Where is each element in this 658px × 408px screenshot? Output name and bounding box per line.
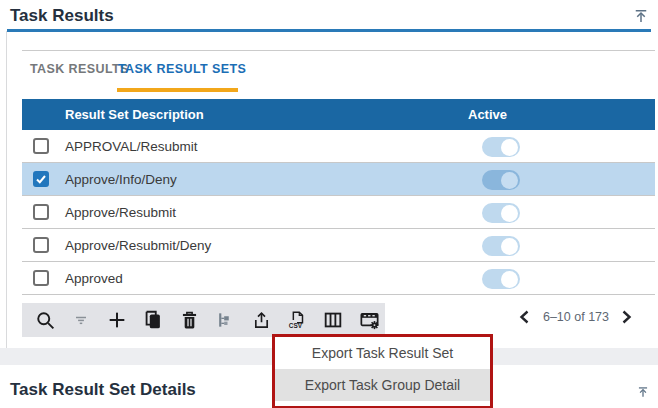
row-label: Approved: [65, 271, 123, 286]
export-context-menu: Export Task Result Set Export Task Group…: [272, 334, 493, 408]
table-row[interactable]: Approve/Resubmit: [22, 196, 655, 229]
hierarchy-icon: [215, 310, 235, 330]
toggle-knob: [501, 205, 518, 222]
tabs-top-divider: [22, 50, 655, 51]
row-checkbox[interactable]: [33, 204, 49, 220]
table-row[interactable]: APPROVAL/Resubmit: [22, 130, 655, 163]
columns-button[interactable]: [321, 308, 345, 332]
hierarchy-button[interactable]: [213, 308, 237, 332]
toggle-knob: [501, 271, 518, 288]
row-checkbox[interactable]: [33, 171, 49, 187]
collapse-to-top-icon: [632, 7, 650, 25]
filter-button[interactable]: [69, 308, 93, 332]
active-toggle[interactable]: [482, 236, 520, 256]
toggle-knob: [501, 139, 518, 156]
plus-icon: [106, 309, 128, 331]
row-label: APPROVAL/Resubmit: [65, 139, 198, 154]
upload-button[interactable]: [249, 308, 273, 332]
pagination-range-label: 6–10 of 173: [543, 310, 609, 324]
details-section-title: Task Result Set Details: [10, 380, 196, 400]
table-toolbar: CSV: [22, 303, 385, 337]
page-title: Task Results: [10, 6, 114, 26]
trash-icon: [179, 310, 200, 331]
collapse-details-button[interactable]: [636, 385, 650, 399]
table-row[interactable]: Approved: [22, 262, 655, 295]
result-sets-table: Result Set Description Active APPROVAL/R…: [22, 99, 655, 295]
toggle-knob: [501, 172, 518, 189]
upload-icon: [251, 310, 272, 331]
row-checkbox[interactable]: [33, 237, 49, 253]
table-settings-icon: [358, 309, 381, 332]
active-toggle[interactable]: [482, 203, 520, 223]
row-checkbox[interactable]: [33, 270, 49, 286]
search-button[interactable]: [33, 308, 57, 332]
menu-item-export-task-result-set[interactable]: Export Task Result Set: [275, 337, 490, 369]
table-settings-button[interactable]: [357, 308, 381, 332]
csv-file-icon: CSV: [286, 309, 308, 331]
table-row[interactable]: Approve/Resubmit/Deny: [22, 229, 655, 262]
collapse-to-top-icon: [636, 385, 650, 399]
tab-task-results[interactable]: TASK RESULTS: [30, 62, 129, 76]
active-toggle[interactable]: [482, 269, 520, 289]
menu-padding: [275, 401, 490, 406]
pagination: 6–10 of 173: [518, 304, 634, 330]
csv-label: CSV: [289, 322, 303, 329]
table-row[interactable]: Approve/Info/Deny: [22, 163, 655, 196]
active-toggle[interactable]: [482, 137, 520, 157]
row-label: Approve/Info/Deny: [65, 172, 177, 187]
active-toggle[interactable]: [482, 170, 520, 190]
active-tab-underline: [117, 88, 238, 92]
filter-icon: [71, 310, 91, 330]
export-csv-button[interactable]: CSV: [285, 308, 309, 332]
checkmark-icon: [35, 173, 47, 185]
toggle-knob: [501, 238, 518, 255]
search-icon: [35, 310, 56, 331]
copy-button[interactable]: [141, 308, 165, 332]
row-label: Approve/Resubmit/Deny: [65, 238, 211, 253]
collapse-panel-button[interactable]: [632, 7, 650, 25]
chevron-left-icon: [518, 310, 531, 324]
row-checkbox[interactable]: [33, 138, 49, 154]
previous-page-button[interactable]: [518, 310, 532, 324]
menu-item-export-task-group-detail[interactable]: Export Task Group Detail: [275, 369, 490, 401]
column-header-description: Result Set Description: [65, 107, 204, 122]
columns-icon: [322, 309, 344, 331]
column-header-active: Active: [468, 107, 507, 122]
delete-button[interactable]: [177, 308, 201, 332]
tab-task-result-sets[interactable]: TASK RESULT SETS: [118, 62, 246, 76]
row-label: Approve/Resubmit: [65, 205, 176, 220]
next-page-button[interactable]: [620, 310, 634, 324]
table-header-row: Result Set Description Active: [22, 99, 655, 130]
panel-left-border: [6, 31, 7, 348]
chevron-right-icon: [620, 310, 633, 324]
task-results-screen: Task Results TASK RESULTS TASK RESULT SE…: [0, 0, 658, 408]
copy-icon: [142, 309, 164, 331]
title-underline: [7, 29, 651, 32]
add-button[interactable]: [105, 308, 129, 332]
